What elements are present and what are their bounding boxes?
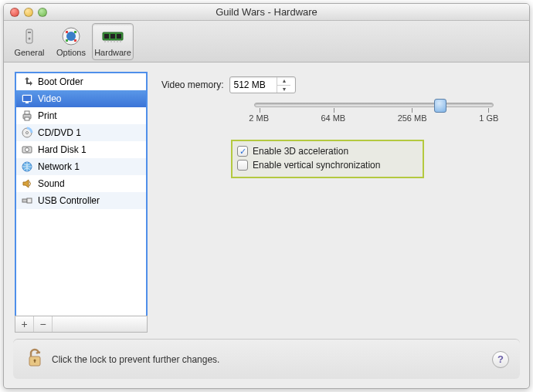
- sidebar-item-label: Sound: [38, 178, 65, 189]
- preferences-window: Guild Wars - Hardware General Options Ha…: [3, 3, 530, 389]
- stepper-down-button[interactable]: ▼: [277, 86, 290, 93]
- svg-point-28: [25, 148, 29, 152]
- svg-rect-6: [74, 31, 76, 33]
- svg-rect-34: [34, 360, 35, 363]
- stepper-arrows: ▲ ▼: [277, 77, 290, 93]
- sidebar-wrap: Boot Order Video Print CD/DVD 1 Hard Dis: [15, 72, 148, 333]
- sidebar-item-usb[interactable]: USB Controller: [16, 192, 146, 209]
- content-area: Boot Order Video Print CD/DVD 1 Hard Dis: [4, 63, 529, 339]
- svg-rect-1: [28, 32, 31, 33]
- svg-rect-21: [25, 102, 29, 103]
- video-memory-stepper[interactable]: ▲ ▼: [229, 76, 296, 93]
- general-icon: [18, 26, 41, 46]
- svg-rect-20: [23, 96, 31, 101]
- svg-rect-10: [104, 34, 109, 39]
- svg-rect-11: [110, 34, 115, 39]
- svg-rect-5: [66, 31, 68, 33]
- toolbar-label: General: [14, 48, 44, 57]
- network-icon: [21, 161, 33, 173]
- hard-disk-icon: [21, 144, 33, 156]
- lock-text: Click the lock to prevent further change…: [52, 354, 219, 365]
- sidebar-item-harddisk[interactable]: Hard Disk 1: [16, 141, 146, 158]
- toolbar: General Options Hardware: [4, 21, 529, 63]
- svg-rect-7: [66, 39, 68, 42]
- slider-thumb[interactable]: [434, 99, 446, 113]
- sidebar-item-label: Boot Order: [38, 76, 83, 87]
- usb-icon: [21, 194, 33, 207]
- window-controls: [10, 8, 47, 17]
- slider-labels: 2 MB 64 MB 256 MB 1 GB: [254, 113, 494, 126]
- sidebar-item-label: CD/DVD 1: [38, 127, 81, 138]
- titlebar: Guild Wars - Hardware: [4, 4, 529, 21]
- settings-panel: Video memory: ▲ ▼: [161, 72, 518, 333]
- enable-3d-row[interactable]: ✓ Enable 3D acceleration: [237, 144, 418, 158]
- video-memory-slider[interactable]: [254, 103, 494, 107]
- slider-tick-label: 1 GB: [479, 113, 498, 123]
- enable-3d-checkbox[interactable]: ✓: [237, 146, 248, 157]
- sound-icon: [21, 177, 33, 190]
- sidebar-item-video[interactable]: Video: [16, 90, 146, 107]
- slider-tick-label: 256 MB: [398, 113, 427, 123]
- video-memory-slider-area: 2 MB 64 MB 256 MB 1 GB: [254, 103, 494, 126]
- enable-vsync-checkbox[interactable]: [237, 160, 248, 171]
- sidebar-item-cddvd[interactable]: CD/DVD 1: [16, 124, 146, 141]
- print-icon: [21, 110, 33, 122]
- toolbar-label: Options: [56, 48, 86, 57]
- toolbar-general-button[interactable]: General: [8, 23, 50, 60]
- video-memory-input[interactable]: [230, 79, 277, 90]
- sidebar-item-label: Hard Disk 1: [38, 144, 87, 155]
- toolbar-options-button[interactable]: Options: [50, 23, 92, 60]
- remove-device-button[interactable]: −: [34, 316, 53, 332]
- sidebar-buttons: + −: [15, 316, 148, 333]
- zoom-window-button[interactable]: [38, 8, 47, 17]
- video-memory-label: Video memory:: [161, 79, 223, 90]
- sidebar-item-boot-order[interactable]: Boot Order: [16, 73, 146, 90]
- toolbar-hardware-button[interactable]: Hardware: [92, 23, 134, 60]
- svg-point-26: [26, 132, 29, 134]
- svg-rect-30: [22, 199, 27, 202]
- help-button[interactable]: ?: [492, 351, 509, 368]
- lock-icon[interactable]: [25, 347, 44, 371]
- sidebar-item-print[interactable]: Print: [16, 107, 146, 124]
- video-icon: [21, 93, 33, 105]
- sidebar-item-label: Print: [38, 110, 57, 121]
- slider-tick-label: 2 MB: [249, 113, 269, 123]
- sidebar-item-network[interactable]: Network 1: [16, 158, 146, 175]
- svg-rect-0: [26, 29, 32, 43]
- minimize-window-button[interactable]: [24, 8, 33, 17]
- footer: Click the lock to prevent further change…: [13, 339, 520, 379]
- checkbox-label: Enable 3D acceleration: [253, 146, 348, 157]
- options-icon: [59, 26, 83, 46]
- svg-point-2: [29, 37, 31, 39]
- video-memory-row: Video memory: ▲ ▼: [161, 76, 518, 93]
- boot-order-icon: [21, 76, 33, 88]
- slider-tick-label: 64 MB: [321, 113, 345, 123]
- svg-rect-23: [25, 111, 29, 114]
- svg-rect-31: [27, 198, 32, 203]
- hardware-icon: [101, 26, 124, 46]
- sidebar-item-label: Network 1: [38, 161, 80, 172]
- cd-dvd-icon: [21, 127, 33, 139]
- stepper-up-button[interactable]: ▲: [277, 77, 290, 86]
- highlight-box: ✓ Enable 3D acceleration Enable vertical…: [231, 140, 424, 178]
- sidebar-item-label: USB Controller: [38, 195, 100, 206]
- sidebar-item-label: Video: [38, 93, 61, 104]
- close-window-button[interactable]: [10, 8, 19, 17]
- hardware-list[interactable]: Boot Order Video Print CD/DVD 1 Hard Dis: [15, 72, 148, 316]
- sidebar-item-sound[interactable]: Sound: [16, 175, 146, 192]
- svg-rect-24: [25, 117, 29, 120]
- enable-vsync-row[interactable]: Enable vertical synchronization: [237, 158, 418, 172]
- window-title: Guild Wars - Hardware: [4, 6, 529, 18]
- svg-rect-12: [117, 34, 121, 39]
- add-device-button[interactable]: +: [15, 316, 34, 332]
- checkbox-label: Enable vertical synchronization: [253, 160, 380, 171]
- svg-rect-8: [74, 39, 76, 42]
- toolbar-label: Hardware: [94, 48, 131, 57]
